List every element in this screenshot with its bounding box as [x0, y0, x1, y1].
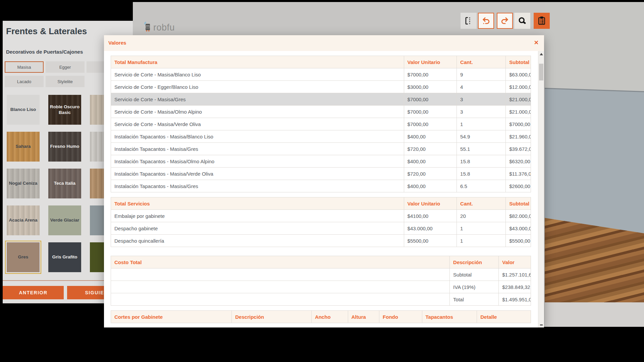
- table-cell: $7000,00: [506, 118, 531, 130]
- table-cell: [111, 293, 450, 306]
- table-cell: Servicio de Corte - Egger/Blanco Liso: [111, 81, 404, 93]
- table-row[interactable]: Servicio de Corte - Masisa/Olmo Alpino$7…: [111, 106, 531, 118]
- search-button[interactable]: [514, 13, 530, 29]
- scrollbar-thumb[interactable]: [539, 64, 543, 80]
- robot-icon: [144, 21, 152, 34]
- table-cell: $4100,00: [404, 210, 457, 222]
- column-header: Cortes por Gabinete: [111, 311, 232, 323]
- swatch-nogal-ceniza[interactable]: Nogal Ceniza: [7, 169, 40, 198]
- table-cell: $21.000,00: [506, 106, 531, 118]
- tab-masisa[interactable]: Masisa: [5, 61, 44, 73]
- table-cell: $11.376,00: [506, 168, 531, 180]
- swatch-sahara[interactable]: Sahara: [7, 132, 40, 162]
- toolbar: [461, 13, 550, 29]
- table-cell: $720,00: [404, 143, 457, 155]
- table-cell: $82.000,00: [506, 210, 531, 222]
- table-row[interactable]: Servicio de Corte - Masisa/Blanco Liso$7…: [111, 68, 531, 81]
- tab-egger[interactable]: Egger: [46, 61, 85, 73]
- table-cell: 1: [457, 118, 506, 130]
- table-row[interactable]: Servicio de Corte - Masisa/Verde Oliva$7…: [111, 118, 531, 130]
- anterior-button[interactable]: ANTERIOR: [3, 286, 64, 299]
- column-header: Descripción: [232, 311, 312, 323]
- column-header: Cant.: [457, 197, 506, 210]
- table-cell: 3: [457, 93, 506, 106]
- swatch-acacia-arena[interactable]: Acacia Arena: [7, 205, 40, 235]
- table-row[interactable]: IVA (19%)$238.849,32: [111, 281, 531, 293]
- close-icon[interactable]: ✕: [534, 39, 539, 46]
- column-header: Valor Unitario: [404, 56, 457, 68]
- undo-button[interactable]: [478, 13, 494, 29]
- table-cell: $21.000,00: [506, 93, 531, 106]
- page-title: Frentes & Laterales: [6, 26, 87, 37]
- swatch-gris-grafito[interactable]: Gris Grafito: [48, 242, 81, 272]
- flip-horizontal-button[interactable]: [461, 13, 477, 29]
- table-cell: Despacho gabinete: [111, 222, 404, 235]
- table-cell: 20: [457, 210, 506, 222]
- table-cell: $3000,00: [404, 81, 457, 93]
- robfu-logo: robfu: [144, 21, 175, 34]
- table-cell: 55.1: [457, 143, 506, 155]
- table-row[interactable]: Instalación Tapacantos - Masisa/Gres$720…: [111, 143, 531, 155]
- table-row[interactable]: Despacho quincallería$5500,001$5500,00: [111, 235, 531, 247]
- column-header: Costo Total: [111, 256, 450, 268]
- table-cell: $5500,00: [506, 235, 531, 247]
- section-subtitle: Decorativos de Puertas/Cajones: [6, 49, 83, 55]
- swatch-blanco-liso[interactable]: Blanco Liso: [7, 95, 40, 125]
- scrollbar-up-icon[interactable]: [540, 53, 543, 55]
- table-cell: $7000,00: [404, 93, 457, 106]
- table-row[interactable]: Servicio de Corte - Masisa/Gres$7000,003…: [111, 93, 531, 106]
- swatch-label: Acacia Arena: [8, 218, 38, 223]
- table-servicios: Total ServiciosValor UnitarioCant.Subtot…: [111, 197, 531, 247]
- table-cell: Despacho quincallería: [111, 235, 404, 247]
- table-header-row: Total ManufacturaValor UnitarioCant.Subt…: [111, 56, 531, 68]
- table-costo: Costo TotalDescripciónValorSubtotal$1.25…: [111, 256, 531, 306]
- table-header-row: Costo TotalDescripciónValor: [111, 256, 531, 268]
- table-row[interactable]: Embalaje por gabinete$4100,0020$82.000,0…: [111, 210, 531, 222]
- scrollbar-down-icon[interactable]: [540, 324, 543, 325]
- table-cell: Instalación Tapacantos - Masisa/Blanco L…: [111, 130, 404, 143]
- table-row[interactable]: Instalación Tapacantos - Masisa/Blanco L…: [111, 130, 531, 143]
- swatch-roble-oscuro-basic[interactable]: Roble Oscuro Basic: [48, 95, 81, 125]
- table-row[interactable]: Subtotal$1.257.101,68: [111, 268, 531, 281]
- swatch-gres[interactable]: Gres: [7, 242, 40, 272]
- table-cell: $400,00: [404, 130, 457, 143]
- table-cell: Subtotal: [450, 268, 499, 281]
- swatch-label: Gres: [8, 254, 38, 260]
- table-cell: $43.000,00: [506, 222, 531, 235]
- table-cell: $238.849,32: [499, 281, 531, 293]
- table-cell: [111, 268, 450, 281]
- redo-button[interactable]: [497, 13, 513, 29]
- table-cell: $6320,00: [506, 155, 531, 168]
- modal-scrollbar[interactable]: [538, 51, 544, 327]
- table-row[interactable]: Instalación Tapacantos - Masisa/Olmo Alp…: [111, 155, 531, 168]
- table-cell: Total: [450, 293, 499, 306]
- 3d-viewport[interactable]: [545, 2, 644, 327]
- column-header: Tapacantos: [422, 311, 477, 323]
- table-cell: $21.960,00: [506, 130, 531, 143]
- swatch-teca-italia[interactable]: Teca Italia: [48, 169, 81, 198]
- swatch-label: Verde Glaciar: [50, 218, 80, 223]
- table-cell: $12.000,00: [506, 81, 531, 93]
- table-cell: $1.257.101,68: [499, 268, 531, 281]
- table-cell: $39.672,00: [506, 143, 531, 155]
- tab-lacado[interactable]: Lacado: [5, 76, 44, 87]
- table-manufactura: Total ManufacturaValor UnitarioCant.Subt…: [111, 56, 531, 192]
- tab-stylelite[interactable]: Stylelite: [46, 76, 85, 87]
- table-row[interactable]: Instalación Tapacantos - Masisa/Verde Ol…: [111, 168, 531, 180]
- logo-text: robfu: [153, 22, 175, 33]
- table-cell: Servicio de Corte - Masisa/Blanco Liso: [111, 68, 404, 81]
- table-cell: Servicio de Corte - Masisa/Verde Oliva: [111, 118, 404, 130]
- table-cell: $400,00: [404, 180, 457, 192]
- table-row[interactable]: Instalación Tapacantos - Masisa/Gres$400…: [111, 180, 531, 192]
- swatch-verde-glaciar[interactable]: Verde Glaciar: [48, 205, 81, 235]
- table-cortes: Cortes por GabineteDescripciónAnchoAltur…: [111, 310, 531, 323]
- column-header: Valor Unitario: [404, 197, 457, 210]
- swatch-fresno-humo[interactable]: Fresno Humo: [48, 132, 81, 162]
- table-row[interactable]: Total$1.495.951,00: [111, 293, 531, 306]
- table-row[interactable]: Despacho gabinete$43.000,001$43.000,00: [111, 222, 531, 235]
- valores-modal: Valores ✕ Total ManufacturaValor Unitari…: [104, 35, 544, 327]
- table-cell: 6.5: [457, 180, 506, 192]
- bom-list-button[interactable]: [534, 13, 550, 29]
- table-cell: $720,00: [404, 168, 457, 180]
- table-row[interactable]: Servicio de Corte - Egger/Blanco Liso$30…: [111, 81, 531, 93]
